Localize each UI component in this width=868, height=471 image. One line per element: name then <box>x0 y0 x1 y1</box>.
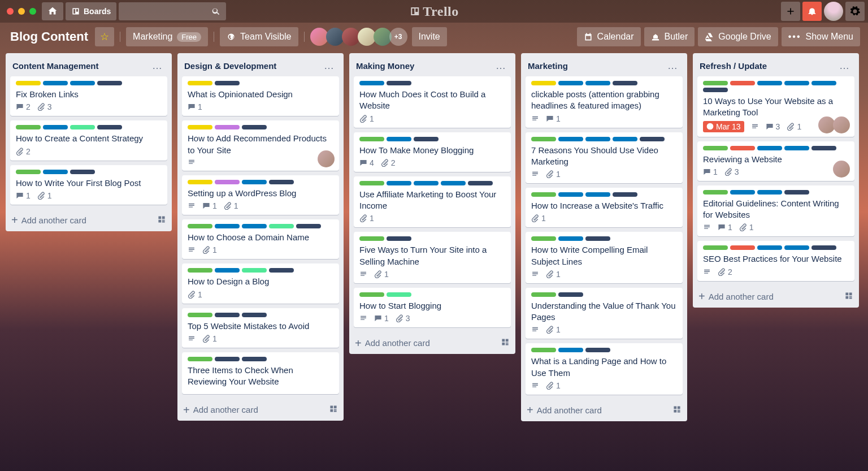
add-card-button[interactable]: +Add another card <box>521 400 687 421</box>
card-label[interactable] <box>585 348 610 352</box>
card[interactable]: Fix Broken Links 23 <box>10 76 167 116</box>
card-label[interactable] <box>215 81 240 85</box>
card-label[interactable] <box>585 137 610 141</box>
card-label[interactable] <box>531 236 556 241</box>
card-label[interactable] <box>703 245 728 250</box>
card[interactable]: Editorial Guidelines: Content Writing fo… <box>697 185 854 237</box>
card[interactable]: Five Ways to Turn Your Site into a Selli… <box>354 232 511 283</box>
card-label[interactable] <box>387 81 411 85</box>
card[interactable]: Reviewing a Website 13 <box>697 141 854 181</box>
calendar-powerup[interactable]: Calendar <box>577 27 641 46</box>
member-avatar[interactable] <box>374 28 392 46</box>
star-board-button[interactable]: ☆ <box>95 27 114 46</box>
visibility-button[interactable]: Team Visible <box>220 27 298 46</box>
card-label[interactable] <box>97 125 122 129</box>
card-template-button[interactable] <box>844 291 853 302</box>
list-menu-button[interactable]: … <box>493 59 509 73</box>
list-title[interactable]: Marketing <box>528 61 568 71</box>
boards-button[interactable]: Boards <box>66 2 116 20</box>
card[interactable]: How to Choose a Domain Name 1 <box>182 219 339 259</box>
card-label[interactable] <box>43 170 68 174</box>
card[interactable]: Three Items to Check When Reviewing Your… <box>182 352 339 395</box>
card[interactable]: SEO Best Practices for Your Website 2 <box>697 241 854 280</box>
card[interactable]: Setting up a WordPress Blog 11 <box>182 175 339 215</box>
settings-button[interactable] <box>845 2 865 21</box>
card[interactable]: How To Make Money Blogging 42 <box>354 132 511 172</box>
show-menu-button[interactable]: ••• Show Menu <box>782 27 860 46</box>
card[interactable]: Understanding the Value of Thank You Pag… <box>526 288 683 339</box>
butler-powerup[interactable]: Butler <box>644 27 695 46</box>
card-label[interactable] <box>242 224 267 228</box>
card[interactable]: How to Design a Blog 1 <box>182 263 339 303</box>
list-title[interactable]: Making Money <box>356 61 414 71</box>
card-label[interactable] <box>97 81 122 85</box>
card-template-button[interactable] <box>329 404 338 415</box>
close-window[interactable] <box>7 8 14 15</box>
card-label[interactable] <box>730 146 755 150</box>
board-canvas[interactable]: Content Management … Fix Broken Links 23… <box>0 51 868 471</box>
card-label[interactable] <box>188 81 212 85</box>
home-button[interactable] <box>42 2 63 20</box>
gdrive-powerup[interactable]: Google Drive <box>698 27 778 46</box>
member-count[interactable]: +3 <box>389 28 407 46</box>
card-label[interactable] <box>387 236 411 241</box>
card-label[interactable] <box>531 137 556 141</box>
member-avatar[interactable] <box>342 28 360 46</box>
card-label[interactable] <box>811 81 836 85</box>
list-menu-button[interactable]: … <box>837 59 852 73</box>
maximize-window[interactable] <box>29 8 36 15</box>
card-label[interactable] <box>43 81 68 85</box>
card-label[interactable] <box>387 137 411 141</box>
card-label[interactable] <box>558 236 583 241</box>
add-card-button[interactable]: +Add another card <box>349 333 515 354</box>
card-label[interactable] <box>215 180 240 184</box>
team-button[interactable]: Marketing Free <box>126 27 208 46</box>
card-label[interactable] <box>531 292 556 297</box>
card-label[interactable] <box>16 170 41 174</box>
card[interactable]: 10 Ways to Use Your Website as a Marketi… <box>697 76 854 137</box>
card-label[interactable] <box>387 292 411 297</box>
card-label[interactable] <box>269 180 294 184</box>
card-label[interactable] <box>359 181 384 185</box>
card-template-button[interactable] <box>672 405 682 416</box>
card-label[interactable] <box>757 146 782 150</box>
card-label[interactable] <box>188 125 212 129</box>
card-label[interactable] <box>531 348 556 352</box>
card-label[interactable] <box>70 125 95 129</box>
card-label[interactable] <box>811 146 836 150</box>
minimize-window[interactable] <box>18 8 25 15</box>
card-label[interactable] <box>414 137 439 141</box>
add-card-button[interactable]: +Add another card <box>6 210 172 231</box>
card-template-button[interactable] <box>501 338 510 348</box>
card-label[interactable] <box>242 357 267 361</box>
member-avatar[interactable] <box>833 161 850 178</box>
card-label[interactable] <box>784 245 809 250</box>
card-label[interactable] <box>703 146 728 150</box>
card-template-button[interactable] <box>157 215 166 226</box>
card[interactable]: What is a Landing Page and How to Use Th… <box>526 343 683 395</box>
card-label[interactable] <box>70 170 95 174</box>
list-menu-button[interactable]: … <box>150 59 165 73</box>
notifications-button[interactable] <box>802 2 822 21</box>
card-label[interactable] <box>757 245 782 250</box>
card-label[interactable] <box>757 190 782 195</box>
card-label[interactable] <box>703 88 728 92</box>
card-label[interactable] <box>387 181 411 185</box>
card-label[interactable] <box>359 137 384 141</box>
card[interactable]: How to Start Blogging 13 <box>354 288 511 327</box>
card-label[interactable] <box>784 81 809 85</box>
member-avatar[interactable] <box>318 150 335 167</box>
search-input[interactable] <box>119 2 226 20</box>
card-label[interactable] <box>613 81 637 85</box>
list-title[interactable]: Refresh / Update <box>700 61 767 71</box>
member-avatar[interactable] <box>358 28 376 46</box>
card-label[interactable] <box>558 192 583 197</box>
card-label[interactable] <box>269 268 294 273</box>
member-avatar[interactable] <box>833 116 850 133</box>
card-label[interactable] <box>585 81 610 85</box>
card-label[interactable] <box>441 181 466 185</box>
card-label[interactable] <box>359 81 384 85</box>
list-title[interactable]: Content Management <box>12 61 99 71</box>
card-label[interactable] <box>585 192 610 197</box>
board-members[interactable]: +3 <box>310 28 407 46</box>
